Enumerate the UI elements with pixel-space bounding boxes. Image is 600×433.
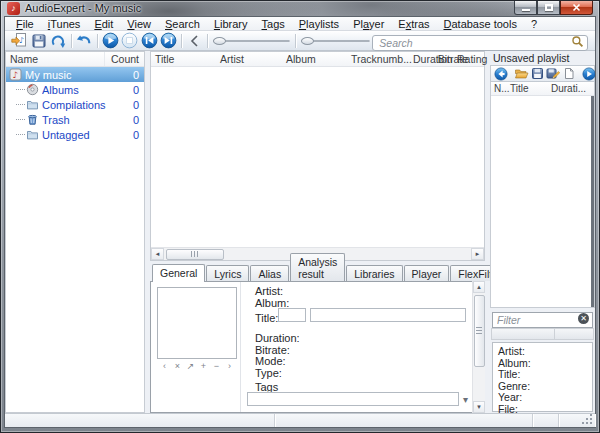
previous-track-button[interactable]: [140, 31, 159, 50]
tab-lyrics[interactable]: Lyrics: [206, 265, 249, 281]
album-art-box[interactable]: [157, 287, 237, 359]
scroll-right-icon[interactable]: ►: [471, 248, 484, 260]
back-icon: [494, 67, 508, 81]
menu-edit[interactable]: Edit: [87, 17, 120, 31]
open-folder-icon: [514, 67, 529, 80]
menu-library[interactable]: Library: [207, 17, 255, 31]
progress-slider-thumb[interactable]: [213, 37, 226, 45]
tree-item-untagged[interactable]: Untagged0: [6, 127, 144, 142]
volume-slider-thumb[interactable]: [301, 37, 314, 45]
import-file-button[interactable]: ♪: [10, 31, 29, 50]
vscroll-thumb[interactable]: [474, 295, 485, 367]
close-button[interactable]: [560, 1, 593, 15]
scroll-up-icon[interactable]: ▲: [473, 281, 485, 293]
undo-icon: [76, 33, 92, 49]
menu-playlists[interactable]: Playlists: [292, 17, 346, 31]
tab-player[interactable]: Player: [404, 265, 450, 281]
refresh-icon: [50, 33, 66, 49]
playlist-back-button[interactable]: [493, 66, 509, 81]
progress-slider[interactable]: [211, 32, 292, 50]
playlist-column-n[interactable]: N...: [494, 82, 510, 96]
playlist-open-button[interactable]: [513, 66, 529, 81]
refresh-button[interactable]: [49, 31, 68, 50]
track-column-tracknumb[interactable]: Tracknumb...: [351, 52, 412, 67]
stop-button[interactable]: [120, 31, 139, 50]
art-add-icon[interactable]: +: [200, 362, 208, 371]
tree-item-count: 0: [106, 69, 144, 81]
menu-file[interactable]: File: [9, 17, 41, 31]
track-column-title[interactable]: Title: [155, 52, 174, 67]
tree-item-albums[interactable]: Albums0: [6, 82, 144, 97]
collapse-chevron-icon: [188, 34, 201, 48]
play-icon: [102, 32, 119, 49]
track-list-body[interactable]: [151, 67, 484, 247]
tags-input[interactable]: [247, 392, 459, 406]
tab-libraries[interactable]: Libraries: [346, 265, 402, 281]
volume-slider[interactable]: [299, 32, 372, 50]
artist-label: Artist:: [255, 285, 283, 297]
minimize-button[interactable]: [514, 1, 537, 15]
title-input[interactable]: [310, 308, 466, 322]
menu-extras[interactable]: Extras: [391, 17, 436, 31]
playlist-new-button[interactable]: [561, 66, 577, 81]
new-file-icon: [563, 67, 575, 80]
playlist-column-durati[interactable]: Durati...: [551, 82, 586, 96]
undo-button[interactable]: [75, 31, 94, 50]
search-input[interactable]: [372, 35, 588, 51]
mode-label: Mode:: [255, 355, 286, 367]
hscroll-thumb[interactable]: [166, 249, 224, 260]
playlist-save-button[interactable]: [529, 66, 545, 81]
tab-analysis-result[interactable]: Analysis result: [290, 253, 345, 281]
tab-alias[interactable]: Alias: [250, 265, 289, 281]
stop-icon: [121, 32, 138, 49]
detail-vscrollbar[interactable]: ▲ ▼: [472, 281, 485, 413]
resize-grip-icon[interactable]: [590, 422, 592, 424]
maximize-icon: [545, 4, 553, 11]
menu-itunes[interactable]: iTunes: [41, 17, 88, 31]
title-bar[interactable]: ♪ AudioExpert - My music: [1, 1, 599, 16]
save-icon: [31, 33, 47, 49]
app-window: ♪ AudioExpert - My music FileiTunesEditV…: [0, 0, 600, 433]
menu-player[interactable]: Player: [346, 17, 391, 31]
playlist-play-button[interactable]: [581, 66, 595, 81]
tree-item-compilations[interactable]: Compilations0: [6, 97, 144, 112]
library-column-count[interactable]: Count: [104, 52, 144, 66]
menu-tags[interactable]: Tags: [255, 17, 292, 31]
art-next-icon[interactable]: ›: [226, 362, 234, 371]
art-delete-icon[interactable]: ×: [174, 362, 182, 371]
track-column-artist[interactable]: Artist: [220, 52, 244, 67]
menu-view[interactable]: View: [120, 17, 158, 31]
tags-dropdown-icon[interactable]: ▾: [463, 394, 468, 405]
menu-item[interactable]: ?: [524, 17, 544, 31]
library-tree: ♪My music0Albums0Compilations0Trash0Unta…: [6, 67, 144, 142]
art-remove-icon[interactable]: −: [213, 362, 221, 371]
next-track-button[interactable]: [159, 31, 178, 50]
minimize-icon: [522, 9, 530, 11]
tree-item-my-music[interactable]: ♪My music0: [6, 67, 144, 82]
tab-general[interactable]: General: [152, 264, 205, 282]
play-icon: [582, 67, 595, 81]
library-column-name[interactable]: Name: [6, 52, 104, 66]
title-number-input[interactable]: [278, 308, 306, 322]
close-icon: [572, 3, 581, 12]
playlist-column-title[interactable]: Title: [510, 82, 529, 96]
menu-database-tools[interactable]: Database tools: [437, 17, 524, 31]
scroll-down-icon[interactable]: ▼: [473, 401, 485, 413]
playlist-save-as-button[interactable]: [545, 66, 561, 81]
collapse-player-button[interactable]: [185, 31, 204, 50]
track-info-box: Artist:Album:Title:Genre:Year:File:: [492, 342, 593, 412]
save-button[interactable]: [29, 31, 48, 50]
art-prev-icon[interactable]: ‹: [161, 362, 169, 371]
track-column-bitrate[interactable]: Bitrate: [438, 52, 468, 67]
maximize-button[interactable]: [537, 1, 560, 15]
play-button[interactable]: [101, 31, 120, 50]
menu-search[interactable]: Search: [158, 17, 207, 31]
playlist-body[interactable]: [491, 96, 594, 307]
art-external-icon[interactable]: ↗: [187, 362, 195, 371]
tree-item-count: 0: [106, 99, 144, 111]
duration-label: Duration:: [255, 332, 300, 344]
clear-filter-icon[interactable]: ✕: [578, 313, 589, 324]
tree-item-trash[interactable]: Trash0: [6, 112, 144, 127]
track-column-album[interactable]: Album: [286, 52, 316, 67]
scroll-left-icon[interactable]: ◄: [151, 248, 164, 260]
